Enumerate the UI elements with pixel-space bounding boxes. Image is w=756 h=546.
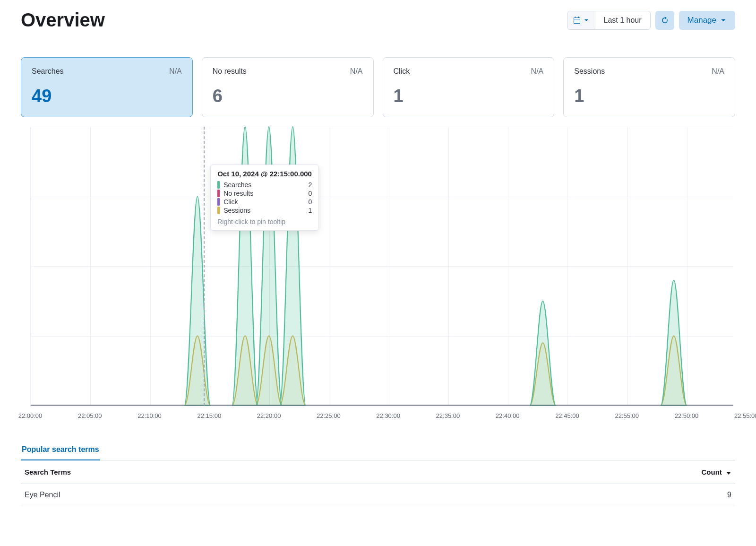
chart-tooltip: Oct 10, 2024 @ 22:15:00.000 Searches2No …: [210, 165, 319, 231]
stat-card-searches[interactable]: SearchesN/A49: [21, 57, 193, 117]
tooltip-series-value: 0: [308, 190, 312, 197]
stat-label: No results: [213, 67, 247, 76]
stat-value: 1: [394, 86, 544, 106]
stat-label: Searches: [32, 67, 64, 76]
x-tick-label: 22:05:00: [78, 412, 102, 419]
tooltip-title: Oct 10, 2024 @ 22:15:00.000: [217, 170, 312, 178]
x-tick-label: 22:20:00: [257, 412, 281, 419]
refresh-icon: [661, 17, 669, 24]
chevron-down-icon: [584, 17, 589, 23]
x-tick-label: 22:15:00: [198, 412, 222, 419]
x-tick-label: 22:25:00: [317, 412, 341, 419]
calendar-icon: [573, 17, 581, 24]
tab-popular-search-terms[interactable]: Popular search terms: [21, 441, 100, 460]
stat-delta: N/A: [350, 67, 363, 76]
col-header-count[interactable]: Count: [442, 460, 735, 484]
search-terms-table: Search Terms Count Eye Pencil9: [21, 460, 735, 506]
manage-button-label: Manage: [687, 16, 716, 25]
x-tick-label: 22:55:00: [615, 412, 639, 419]
tooltip-series-value: 0: [308, 198, 312, 206]
manage-button[interactable]: Manage: [679, 11, 735, 30]
table-row[interactable]: Eye Pencil9: [21, 484, 735, 506]
x-tick-label: 22:45:00: [555, 412, 579, 419]
tooltip-series-label: Click: [223, 198, 304, 206]
tooltip-row: Click0: [217, 198, 312, 206]
cell-term: Eye Pencil: [21, 484, 442, 506]
tooltip-swatch: [217, 198, 220, 206]
stat-value: 49: [32, 86, 182, 106]
search-terms-tabs: Popular search terms: [21, 441, 735, 460]
tooltip-series-label: No results: [223, 190, 304, 197]
x-tick-label: 22:55:00: [734, 412, 756, 419]
tooltip-series-value: 2: [308, 181, 312, 189]
metrics-chart[interactable]: Oct 10, 2024 @ 22:15:00.000 Searches2No …: [30, 127, 733, 425]
x-tick-label: 22:00:00: [18, 412, 43, 419]
tooltip-footer: Right-click to pin tooltip: [217, 218, 312, 225]
x-tick-label: 22:10:00: [137, 412, 162, 419]
refresh-button[interactable]: [655, 11, 674, 30]
x-tick-label: 22:30:00: [376, 412, 400, 419]
page-title: Overview: [21, 9, 105, 31]
col-header-search-terms[interactable]: Search Terms: [21, 460, 442, 484]
chevron-down-icon: [720, 17, 727, 24]
time-range-picker[interactable]: Last 1 hour: [567, 11, 651, 30]
stat-label: Sessions: [574, 67, 605, 76]
x-tick-label: 22:35:00: [436, 412, 460, 419]
cell-count: 9: [442, 484, 735, 506]
stat-card-no-results[interactable]: No resultsN/A6: [202, 57, 374, 117]
chart-hover-line: [204, 127, 205, 406]
x-tick-label: 22:40:00: [496, 412, 520, 419]
stat-delta: N/A: [531, 67, 544, 76]
tooltip-series-value: 1: [308, 207, 312, 214]
sort-desc-icon: [726, 470, 731, 476]
stat-label: Click: [394, 67, 410, 76]
tooltip-series-label: Sessions: [223, 207, 304, 214]
stat-value: 1: [574, 86, 724, 106]
stat-value: 6: [213, 86, 363, 106]
tooltip-swatch: [217, 181, 220, 189]
calendar-trigger[interactable]: [567, 11, 595, 29]
tooltip-row: Searches2: [217, 181, 312, 189]
tooltip-swatch: [217, 207, 220, 214]
x-tick-label: 22:50:00: [675, 412, 699, 419]
time-range-label: Last 1 hour: [595, 11, 650, 29]
stat-card-sessions[interactable]: SessionsN/A1: [563, 57, 735, 117]
tooltip-row: No results0: [217, 189, 312, 198]
stat-delta: N/A: [712, 67, 724, 76]
stat-delta: N/A: [169, 67, 182, 76]
tooltip-swatch: [217, 190, 220, 197]
tooltip-row: Sessions1: [217, 206, 312, 215]
stat-card-click[interactable]: ClickN/A1: [383, 57, 555, 117]
tooltip-series-label: Searches: [223, 181, 304, 189]
